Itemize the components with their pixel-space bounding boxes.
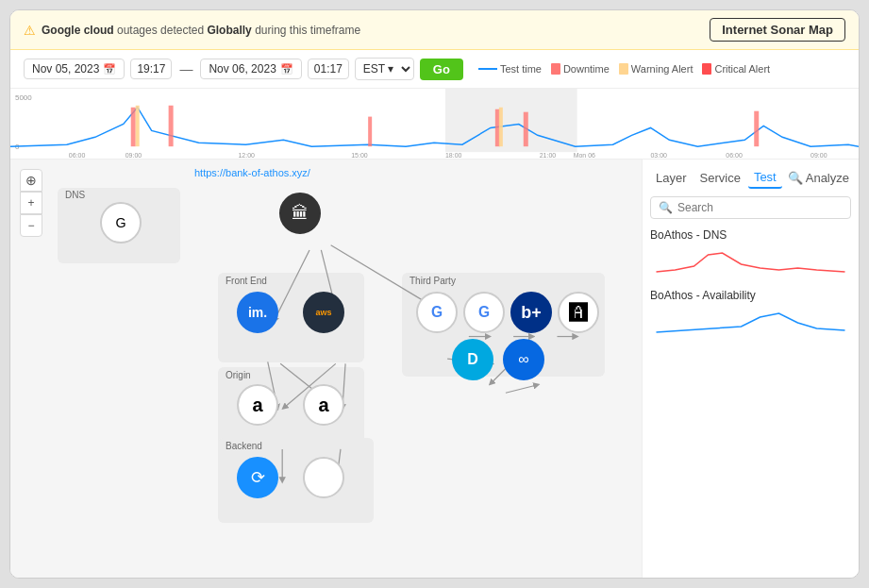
node-origin-a1[interactable]: a xyxy=(237,384,278,426)
svg-text:12:00: 12:00 xyxy=(238,152,255,159)
metric-availability: BoAthos - Availability xyxy=(650,289,851,340)
right-panel: Layer Service Test 🔍 Analyze 🔍 BoAthos -… xyxy=(642,160,859,578)
node-meta[interactable]: ∞ xyxy=(503,339,544,380)
date-from-value: Nov 05, 2023 xyxy=(32,62,99,76)
search-input[interactable] xyxy=(677,201,843,214)
search-box[interactable]: 🔍 xyxy=(650,196,851,219)
warning-bar: ⚠ Google cloud outages detected Globally… xyxy=(10,10,859,50)
label-backend: Backend xyxy=(226,441,262,451)
legend-test-time: Test time xyxy=(478,63,542,75)
legend-warning-icon xyxy=(619,63,628,75)
node-google-dns[interactable]: G xyxy=(100,202,142,244)
legend-test-time-icon xyxy=(478,68,497,70)
tab-analyze-label: Analyze xyxy=(806,171,849,185)
svg-text:G: G xyxy=(115,215,125,230)
node-bank[interactable]: 🏛 xyxy=(279,193,321,234)
toolbar: Nov 05, 2023 📅 19:17 — Nov 06, 2023 📅 01… xyxy=(10,50,859,89)
warning-suffix: during this timeframe xyxy=(255,24,360,37)
tab-layer[interactable]: Layer xyxy=(650,168,693,188)
svg-text:06:00: 06:00 xyxy=(69,152,86,159)
chart-area: 5000 0 06:00 09:00 12:00 15:00 18:00 21:… xyxy=(10,89,859,160)
svg-text:09:00: 09:00 xyxy=(811,152,827,159)
svg-text:G: G xyxy=(478,304,490,320)
svg-text:03:00: 03:00 xyxy=(650,152,667,159)
svg-rect-4 xyxy=(169,106,174,146)
svg-text:06:00: 06:00 xyxy=(726,152,743,159)
zoom-out-button[interactable]: − xyxy=(20,214,42,237)
panel-tabs: Layer Service Test 🔍 Analyze xyxy=(650,167,851,189)
compass-button[interactable]: ⊕ xyxy=(20,169,42,192)
svg-rect-3 xyxy=(131,108,136,146)
node-backend-2[interactable] xyxy=(303,457,344,498)
legend: Test time Downtime Warning Alert Critica… xyxy=(478,63,770,75)
go-button[interactable]: Go xyxy=(420,59,463,80)
search-icon: 🔍 xyxy=(659,201,673,214)
main-container: ⚠ Google cloud outages detected Globally… xyxy=(9,9,860,579)
legend-warning-label: Warning Alert xyxy=(631,63,694,75)
node-blue-d[interactable]: D xyxy=(452,339,493,380)
legend-critical-label: Critical Alert xyxy=(714,63,770,75)
legend-critical-icon xyxy=(702,63,711,75)
warning-brand: Google cloud xyxy=(42,24,114,37)
label-frontend: Front End xyxy=(226,276,267,286)
site-url[interactable]: https://bank-of-athos.xyz/ xyxy=(194,167,310,178)
svg-rect-5 xyxy=(368,117,372,147)
tab-service[interactable]: Service xyxy=(694,168,746,188)
svg-rect-7 xyxy=(524,112,528,147)
svg-text:5000: 5000 xyxy=(15,93,32,102)
svg-text:15:00: 15:00 xyxy=(351,152,368,159)
timezone-select[interactable]: EST ▾ xyxy=(355,58,414,80)
legend-downtime-icon xyxy=(551,63,560,75)
tab-analyze[interactable]: 🔍 Analyze xyxy=(788,171,849,185)
calendar-from-icon: 📅 xyxy=(103,63,116,76)
svg-text:G: G xyxy=(431,304,443,320)
tab-test[interactable]: Test xyxy=(748,167,782,189)
node-google-tp1[interactable]: G xyxy=(416,292,458,333)
zoom-in-button[interactable]: + xyxy=(20,192,42,214)
metric-dns-chart xyxy=(650,245,851,276)
svg-rect-10 xyxy=(499,108,503,146)
title-badge: Internet Sonar Map xyxy=(710,18,845,42)
node-backend-1[interactable]: ⟳ xyxy=(237,457,278,498)
node-amazon[interactable]: 🅰 xyxy=(558,292,599,333)
node-aws[interactable]: aws xyxy=(303,292,344,333)
time-to-input[interactable]: 01:17 xyxy=(308,59,349,79)
metric-dns: BoAthos - DNS xyxy=(650,228,851,279)
date-from-input[interactable]: Nov 05, 2023 📅 xyxy=(24,59,125,79)
label-origin: Origin xyxy=(226,370,251,380)
topology-graph: 🏛 DNS G Front End im. aws xyxy=(10,160,642,578)
date-to-input[interactable]: Nov 06, 2023 📅 xyxy=(200,59,301,79)
node-google-tp2[interactable]: G xyxy=(463,292,505,333)
metric-dns-title: BoAthos - DNS xyxy=(650,228,851,242)
calendar-to-icon: 📅 xyxy=(280,63,293,76)
search-analyze-icon: 🔍 xyxy=(788,171,803,185)
node-origin-a2[interactable]: a xyxy=(303,384,344,426)
svg-text:18:00: 18:00 xyxy=(445,152,462,159)
metric-availability-chart xyxy=(650,306,851,336)
metric-availability-title: BoAthos - Availability xyxy=(650,289,851,302)
chart-svg: 5000 0 06:00 09:00 12:00 15:00 18:00 21:… xyxy=(10,89,859,159)
warning-scope: Globally xyxy=(207,24,251,37)
legend-downtime-label: Downtime xyxy=(563,63,610,75)
warning-prefix: outages detected xyxy=(117,24,204,37)
svg-text:21:00: 21:00 xyxy=(540,152,557,159)
svg-rect-9 xyxy=(136,106,140,146)
legend-critical: Critical Alert xyxy=(702,63,770,75)
label-dns: DNS xyxy=(65,190,85,200)
svg-line-35 xyxy=(506,385,537,393)
time-dash: — xyxy=(179,61,192,76)
legend-downtime: Downtime xyxy=(551,63,610,75)
label-third-party: Third Party xyxy=(409,276,456,286)
map-controls: ⊕ + − xyxy=(20,169,42,237)
time-from-input[interactable]: 19:17 xyxy=(130,59,172,79)
node-im[interactable]: im. xyxy=(237,292,278,333)
svg-text:Mon 06: Mon 06 xyxy=(574,152,595,159)
warning-text: Google cloud outages detected Globally d… xyxy=(42,24,360,37)
warning-icon: ⚠ xyxy=(24,23,36,38)
svg-text:09:00: 09:00 xyxy=(125,152,142,159)
date-to-value: Nov 06, 2023 xyxy=(209,62,276,76)
svg-rect-8 xyxy=(754,111,759,146)
legend-warning: Warning Alert xyxy=(619,63,694,75)
node-bplus[interactable]: b+ xyxy=(510,292,552,333)
content-area: ⊕ + − https://bank-of-athos.xyz/ xyxy=(10,160,859,578)
